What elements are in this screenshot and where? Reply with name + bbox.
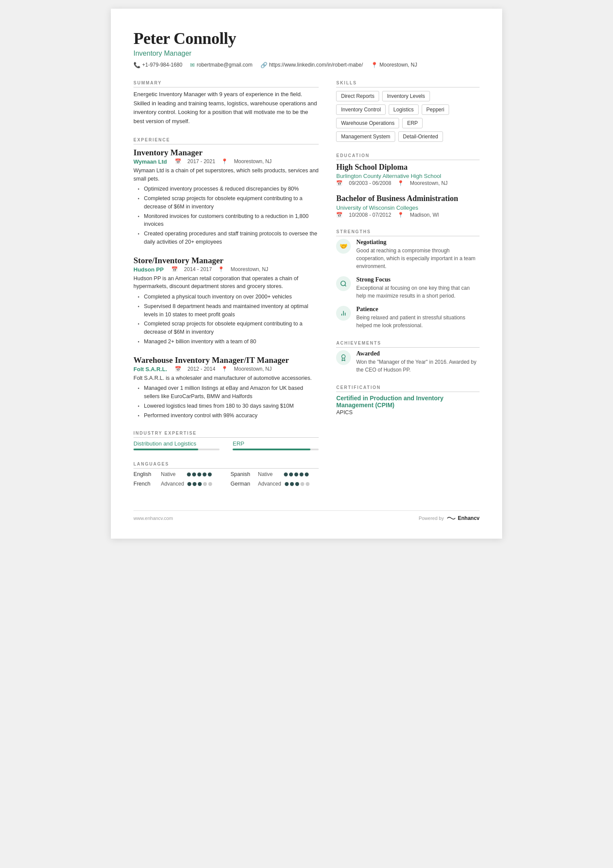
strength-desc-3: Being relaxed and patient in stressful s… — [356, 314, 480, 329]
pin-icon-2: 📍 — [218, 266, 224, 272]
edu-location-1: Moorestown, NJ — [410, 180, 448, 186]
skills-label: SKILLS — [336, 80, 480, 87]
dot — [208, 473, 212, 476]
strength-item-2: Strong Focus Exceptional at focusing on … — [336, 276, 480, 300]
edu-date-2: 10/2008 - 07/2012 — [349, 212, 391, 218]
email-item: ✉ robertmabe@gmail.com — [190, 62, 252, 68]
skill-tag: Detail-Oriented — [398, 131, 443, 142]
job-location-1: Moorestown, NJ — [234, 158, 272, 164]
bullet-item: Managed over 1 million listings at eBay … — [138, 384, 319, 401]
bullet-item: Completed scrap projects for obsolete eq… — [138, 194, 319, 211]
expertise-label: INDUSTRY EXPERTISE — [133, 431, 319, 438]
expertise-name-1: Distribution and Logistics — [133, 440, 220, 447]
achievement-icon-1 — [336, 350, 351, 365]
dot — [294, 473, 298, 476]
footer-website: www.enhancv.com — [133, 516, 173, 521]
strength-item-1: 🤝 Negotiating Good at reaching a comprom… — [336, 239, 480, 270]
experience-section: EXPERIENCE Inventory Manager Wymaan Ltd … — [133, 137, 319, 420]
language-item-french: French Advanced — [133, 481, 222, 487]
skill-tag: Direct Reports — [336, 91, 379, 101]
header: Peter Connolly Inventory Manager 📞 +1-97… — [133, 30, 480, 68]
linkedin-value: https://www.linkedin.com/in/robert-mabe/ — [269, 62, 363, 68]
powered-by-text: Powered by — [419, 516, 444, 521]
skill-tag: Pepperi — [422, 104, 449, 115]
dot — [193, 482, 197, 486]
achievements-label: ACHIEVEMENTS — [336, 341, 480, 348]
enhancv-logo: Enhancv — [446, 515, 480, 521]
location-value: Moorestown, NJ — [380, 62, 417, 68]
dot — [203, 473, 207, 476]
skills-grid: Direct Reports Inventory Levels Inventor… — [336, 91, 480, 142]
achievement-item-1: Awarded Won the "Manager of the Year" in… — [336, 350, 480, 374]
expertise-item-1: Distribution and Logistics — [133, 440, 220, 450]
certification-label: CERTIFICATION — [336, 385, 480, 392]
languages-label: LANGUAGES — [133, 462, 319, 469]
skill-tag: Inventory Control — [336, 104, 385, 115]
strength-desc-2: Exceptional at focusing on one key thing… — [356, 284, 480, 300]
candidate-name: Peter Connolly — [133, 30, 480, 48]
dot — [284, 473, 288, 476]
job-company-1: Wymaan Ltd — [133, 158, 167, 165]
job-meta-1: Wymaan Ltd 📅 2017 - 2021 📍 Moorestown, N… — [133, 158, 319, 165]
bullet-item: Completed a physical touch inventory on … — [138, 293, 319, 301]
svg-line-1 — [345, 285, 346, 286]
dot — [187, 473, 191, 476]
strength-content-1: Negotiating Good at reaching a compromis… — [356, 239, 480, 270]
expertise-name-2: ERP — [233, 440, 319, 447]
job-date-loc-3: 📅 2012 - 2014 📍 Moorestown, NJ — [175, 366, 272, 372]
lang-name-english: English — [133, 471, 157, 477]
phone-value: +1-979-984-1680 — [142, 62, 182, 68]
dot — [208, 482, 212, 486]
linkedin-icon: 🔗 — [260, 62, 267, 68]
phone-item: 📞 +1-979-984-1680 — [133, 62, 182, 68]
lang-name-german: German — [230, 481, 254, 487]
bullet-item: Created operating procedures and staff t… — [138, 230, 319, 246]
certification-section: CERTIFICATION Certified in Production an… — [336, 385, 480, 416]
edu-degree-2: Bachelor of Business Administration — [336, 194, 480, 204]
job-date-1: 2017 - 2021 — [187, 158, 215, 164]
dot — [295, 482, 299, 486]
dot — [197, 473, 201, 476]
dot — [290, 482, 294, 486]
edu-pin-icon-1: 📍 — [397, 180, 404, 186]
edu-school-2: University of Wisconsin Colleges — [336, 204, 480, 211]
strength-content-2: Strong Focus Exceptional at focusing on … — [356, 276, 480, 300]
skill-tag: Logistics — [389, 104, 419, 115]
lang-dots-german — [285, 482, 310, 486]
skill-tag: Management System — [336, 131, 395, 142]
lang-dots-english — [187, 473, 212, 476]
achievements-section: ACHIEVEMENTS Awarded Won the "Manager of… — [336, 341, 480, 374]
job-bullets-2: Completed a physical touch inventory on … — [133, 293, 319, 346]
job-date-2: 2014 - 2017 — [184, 266, 212, 272]
bullet-item: Optimized inventory processes & reduced … — [138, 185, 319, 193]
strength-content-3: Patience Being relaxed and patient in st… — [356, 306, 480, 329]
job-location-2: Moorestown, NJ — [230, 266, 268, 272]
edu-location-2: Madison, WI — [410, 212, 439, 218]
dot — [300, 473, 303, 476]
expertise-bar-fill-2 — [233, 449, 310, 450]
resume-page: Peter Connolly Inventory Manager 📞 +1-97… — [111, 9, 502, 539]
language-item-english: English Native — [133, 471, 222, 477]
dot — [306, 482, 310, 486]
strength-icon-2 — [336, 276, 351, 291]
achievement-name-1: Awarded — [356, 350, 480, 357]
bullet-item: Lowered logistics lead times from 180 to… — [138, 402, 319, 410]
strength-item-3: Patience Being relaxed and patient in st… — [336, 306, 480, 329]
experience-label: EXPERIENCE — [133, 137, 319, 144]
expertise-bars: Distribution and Logistics ERP — [133, 440, 319, 450]
calendar-icon-2: 📅 — [171, 266, 178, 272]
main-content: SUMMARY Energetic Inventory Manager with… — [133, 80, 480, 499]
dot — [300, 482, 304, 486]
language-item-spanish: Spanish Native — [230, 471, 319, 477]
job-bullets-3: Managed over 1 million listings at eBay … — [133, 384, 319, 419]
edu-calendar-icon-1: 📅 — [336, 180, 343, 186]
edu-date-1: 09/2003 - 06/2008 — [349, 180, 391, 186]
lang-name-french: French — [133, 481, 157, 487]
dot — [285, 482, 289, 486]
dot — [203, 482, 207, 486]
lang-name-spanish: Spanish — [230, 471, 254, 477]
left-column: SUMMARY Energetic Inventory Manager with… — [133, 80, 319, 499]
job-title-3: Warehouse Inventory Manager/IT Manager — [133, 355, 319, 365]
skill-tag: Warehouse Operations — [336, 118, 399, 128]
brand-name: Enhancv — [458, 515, 480, 521]
